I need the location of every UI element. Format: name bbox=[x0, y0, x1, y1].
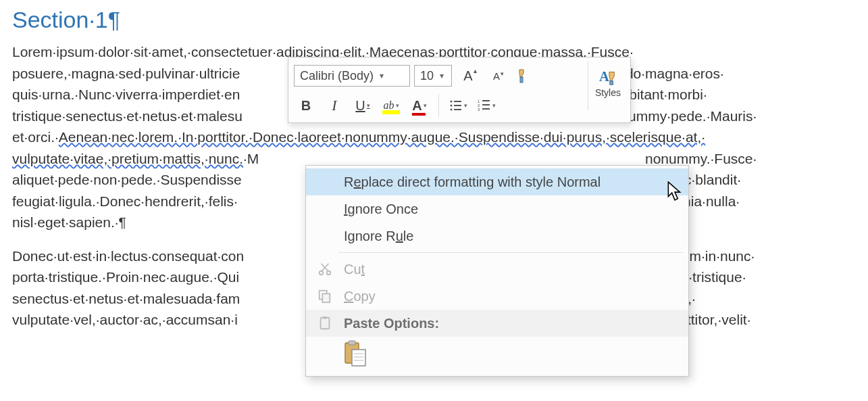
shrink-font-button[interactable]: A bbox=[484, 66, 509, 86]
text-run: quis·urna.·Nunc·viverra·imperdiet·en bbox=[12, 87, 240, 102]
grammar-wavy[interactable]: vulputate·vitae,·pretium·mattis,·nunc. bbox=[12, 151, 243, 166]
svg-point-3 bbox=[450, 105, 452, 107]
text-run: vulputate·vel,·auctor·ac,·accumsan·i bbox=[12, 312, 238, 327]
format-painter-button[interactable] bbox=[513, 66, 537, 86]
svg-rect-12 bbox=[482, 108, 490, 110]
bullets-icon bbox=[449, 99, 463, 112]
svg-rect-2 bbox=[454, 101, 461, 102]
context-menu: Replace direct formatting with style Nor… bbox=[305, 165, 689, 377]
highlight-button[interactable]: ab▾ bbox=[379, 95, 403, 116]
heading-section-1[interactable]: Section·1¶ bbox=[12, 3, 856, 37]
underline-button[interactable]: U▾ bbox=[351, 95, 375, 116]
svg-point-16 bbox=[327, 271, 331, 275]
text-run: nonummy.·Fusce· bbox=[645, 151, 757, 166]
styles-label: Styles bbox=[595, 87, 621, 98]
text-run: posuere,·magna·sed·pulvinar·ultricie bbox=[12, 66, 240, 81]
paste-options-icons bbox=[306, 337, 688, 373]
svg-rect-22 bbox=[349, 341, 355, 345]
text-run: Donec·ut·est·in·lectus·consequat·con bbox=[12, 248, 244, 264]
paintbrush-icon bbox=[517, 68, 533, 84]
font-size-combo[interactable]: 10 ▾ bbox=[414, 65, 452, 87]
menu-label: Cut bbox=[344, 262, 365, 277]
grow-font-button[interactable]: A bbox=[456, 66, 480, 86]
svg-rect-10 bbox=[482, 104, 490, 105]
menu-item-copy: Copy bbox=[306, 283, 688, 310]
text-run: tristique·senectus·et·netus·et·malesu bbox=[12, 108, 242, 124]
numbering-button[interactable]: 1 2 3 ▾ bbox=[474, 95, 499, 116]
text-run: ·M bbox=[243, 151, 259, 166]
copy-icon bbox=[315, 287, 334, 306]
svg-rect-8 bbox=[482, 100, 490, 101]
svg-text:A: A bbox=[599, 69, 609, 84]
svg-rect-14 bbox=[610, 81, 613, 85]
bold-button[interactable]: B bbox=[294, 95, 318, 116]
svg-rect-4 bbox=[454, 105, 461, 106]
separator bbox=[588, 62, 588, 110]
font-name-combo[interactable]: Calibri (Body) ▾ bbox=[294, 65, 410, 87]
separator bbox=[438, 94, 439, 117]
svg-rect-19 bbox=[321, 318, 330, 329]
font-size-value: 10 bbox=[420, 69, 434, 83]
font-name-value: Calibri (Body) bbox=[300, 69, 374, 83]
menu-label: Copy bbox=[344, 289, 376, 304]
svg-point-5 bbox=[450, 109, 452, 111]
paste-option-keep-source[interactable] bbox=[344, 340, 368, 371]
bullets-button[interactable]: ▾ bbox=[446, 95, 470, 116]
scissors-icon bbox=[315, 260, 334, 279]
chevron-down-icon[interactable]: ▾ bbox=[376, 71, 387, 80]
menu-label: Ignore Rule bbox=[344, 229, 413, 244]
text-run: et·orci.· bbox=[12, 129, 59, 145]
svg-rect-23 bbox=[352, 350, 365, 366]
svg-rect-20 bbox=[323, 316, 327, 319]
svg-rect-6 bbox=[454, 109, 461, 110]
svg-point-1 bbox=[450, 101, 452, 103]
menu-label: Replace direct formatting with style Nor… bbox=[344, 174, 601, 190]
menu-item-ignore-once[interactable]: Ignore Once bbox=[306, 195, 688, 222]
text-run: senectus·et·netus·et·malesuada·fam bbox=[12, 291, 240, 306]
menu-item-ignore-rule[interactable]: Ignore Rule bbox=[306, 222, 688, 250]
mini-toolbar: Calibri (Body) ▾ 10 ▾ A A B I bbox=[288, 57, 631, 123]
font-color-button[interactable]: A▾ bbox=[407, 95, 432, 116]
clipboard-paste-icon bbox=[344, 340, 368, 367]
menu-label: Paste Options: bbox=[344, 316, 439, 331]
menu-separator bbox=[338, 252, 683, 253]
clipboard-icon bbox=[315, 314, 334, 333]
numbering-icon: 1 2 3 bbox=[478, 99, 491, 112]
mouse-cursor-icon bbox=[667, 181, 682, 202]
chevron-down-icon[interactable]: ▾ bbox=[436, 71, 447, 80]
menu-item-replace-formatting[interactable]: Replace direct formatting with style Nor… bbox=[306, 168, 688, 195]
svg-point-15 bbox=[320, 271, 324, 275]
text-run: feugiat·ligula.·Donec·hendrerit,·felis· bbox=[12, 193, 238, 209]
text-run: aliquet·pede·non·pede.·Suspendisse bbox=[12, 172, 242, 187]
menu-item-cut: Cut bbox=[306, 256, 688, 283]
menu-label: Ignore Once bbox=[344, 202, 418, 217]
text-run: nisl·eget·sapien.·¶ bbox=[12, 214, 126, 230]
italic-button[interactable]: I bbox=[322, 95, 347, 116]
styles-button[interactable]: A Styles bbox=[591, 62, 625, 103]
menu-item-paste-options-header: Paste Options: bbox=[306, 310, 688, 337]
styles-icon: A bbox=[598, 67, 618, 87]
svg-rect-0 bbox=[520, 77, 523, 82]
svg-rect-18 bbox=[322, 293, 330, 302]
svg-text:3: 3 bbox=[478, 108, 480, 112]
grammar-wavy[interactable]: Aenean·nec·lorem.·In·porttitor.·Donec·la… bbox=[59, 129, 705, 145]
text-run: porta·tristique.·Proin·nec·augue.·Qui bbox=[12, 269, 239, 285]
